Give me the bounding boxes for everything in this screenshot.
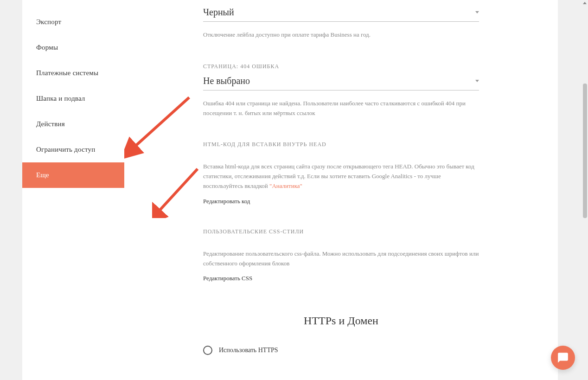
scrollbar[interactable]: [581, 0, 588, 380]
sidebar: Экспорт Формы Платежные системы Шапка и …: [22, 0, 124, 380]
content: Черный Отключение лейбла доступно при оп…: [124, 0, 558, 380]
chevron-down-icon: [475, 11, 479, 13]
sidebar-item-export[interactable]: Экспорт: [22, 9, 124, 35]
css-help: Редактирование пользовательского css-фай…: [203, 249, 479, 269]
https-radio-label: Использовать HTTPS: [219, 347, 278, 354]
scroll-thumb[interactable]: [583, 84, 587, 218]
color-block: Черный Отключение лейбла доступно при оп…: [203, 7, 479, 40]
head-code-label: HTML-КОД ДЛЯ ВСТАВКИ ВНУТРЬ HEAD: [203, 141, 479, 148]
css-label: ПОЛЬЗОВАТЕЛЬСКИЕ CSS-СТИЛИ: [203, 228, 479, 235]
chat-icon: [557, 352, 569, 364]
color-help: Отключение лейбла доступно при оплате та…: [203, 30, 479, 40]
edit-code-link[interactable]: Редактировать код: [203, 198, 479, 205]
radio-icon: [203, 346, 212, 355]
scroll-up-icon: [583, 2, 587, 4]
page404-value: Не выбрано: [203, 76, 250, 86]
sidebar-item-forms[interactable]: Формы: [22, 35, 124, 60]
https-title: HTTPs и Домен: [203, 315, 479, 327]
css-block: ПОЛЬЗОВАТЕЛЬСКИЕ CSS-СТИЛИ Редактировани…: [203, 228, 479, 283]
chat-widget[interactable]: [551, 346, 575, 370]
head-help-text: Вставка html-кода для всех страниц сайта…: [203, 163, 474, 189]
sidebar-item-payments[interactable]: Платежные системы: [22, 60, 124, 86]
sidebar-item-more[interactable]: Еще: [22, 162, 124, 188]
page404-block: СТРАНИЦА: 404 ОШИБКА Не выбрано Ошибка 4…: [203, 63, 479, 118]
https-radio-row[interactable]: Использовать HTTPS: [203, 346, 479, 355]
page404-label: СТРАНИЦА: 404 ОШИБКА: [203, 63, 479, 70]
color-select[interactable]: Черный: [203, 7, 479, 22]
sidebar-item-actions[interactable]: Действия: [22, 111, 124, 137]
head-code-help: Вставка html-кода для всех страниц сайта…: [203, 162, 479, 191]
sidebar-item-restrict[interactable]: Ограничить доступ: [22, 137, 124, 162]
page404-select[interactable]: Не выбрано: [203, 76, 479, 90]
edit-css-link[interactable]: Редактировать CSS: [203, 275, 479, 282]
chevron-down-icon: [475, 80, 479, 82]
https-block: HTTPs и Домен Использовать HTTPS: [203, 315, 479, 355]
analytics-link[interactable]: "Аналитика": [269, 182, 302, 189]
color-value: Черный: [203, 7, 234, 18]
sidebar-item-header-footer[interactable]: Шапка и подвал: [22, 86, 124, 111]
head-code-block: HTML-КОД ДЛЯ ВСТАВКИ ВНУТРЬ HEAD Вставка…: [203, 141, 479, 205]
page404-help: Ошибка 404 или страница не найдена. Поль…: [203, 99, 479, 118]
